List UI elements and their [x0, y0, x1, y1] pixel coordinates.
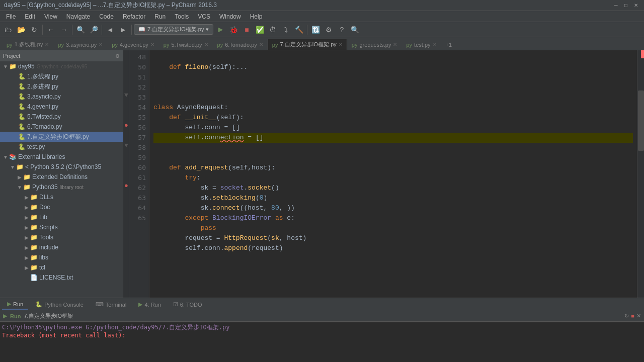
find-action-btn[interactable]: 🔍	[349, 24, 361, 36]
coverage-btn[interactable]: ✅	[254, 24, 266, 36]
minimize-button[interactable]: ─	[612, 2, 620, 9]
find-usages-btn[interactable]: 🔎	[88, 24, 100, 36]
gutter-fold-57[interactable]: ▼	[123, 141, 129, 151]
step-over-btn[interactable]: ⤵	[280, 24, 292, 36]
run-config-selector[interactable]: 📖 7.自定义异步IO框架.py ▾	[134, 24, 213, 35]
scroll-thumb[interactable]	[638, 90, 644, 151]
tree-item-dlls[interactable]: ▶ 📁 DLLs	[0, 192, 123, 202]
menu-view[interactable]: View	[40, 12, 61, 21]
sync-btn[interactable]: ↻	[28, 24, 40, 36]
tab-terminal[interactable]: ⌨ Terminal	[91, 300, 132, 309]
tree-item-async-framework[interactable]: 🐍 7.自定义异步IO框架.py	[0, 132, 123, 142]
back-btn[interactable]: ←	[45, 24, 57, 36]
tree-item-test[interactable]: 🐍 test.py	[0, 142, 123, 152]
error-indicator	[641, 50, 644, 58]
tab-close-gevent[interactable]: ✕	[150, 42, 154, 47]
menu-window[interactable]: Window	[215, 12, 245, 21]
tree-item-extended-defs[interactable]: ▶ 📁 Extended Definitions	[0, 172, 123, 182]
tab-tornado[interactable]: py 6.Tornado.py ✕	[213, 39, 268, 50]
menu-vcs[interactable]: VCS	[194, 12, 214, 21]
project-gear-icon[interactable]: ⚙	[115, 53, 120, 59]
menu-tools[interactable]: Tools	[171, 12, 193, 21]
tree-item-license[interactable]: 📄 LICENSE.txt	[0, 273, 123, 283]
menu-run[interactable]: Run	[150, 12, 170, 21]
terminal-icon: ⌨	[96, 301, 104, 308]
tree-item-multithread[interactable]: 🐍 1.多线程.py	[0, 71, 123, 81]
menu-help[interactable]: Help	[246, 12, 267, 21]
tree-item-lib[interactable]: ▶ 📁 Lib	[0, 212, 123, 222]
code-content[interactable]: def fileno(self):... class AsyncRequest:…	[149, 50, 637, 298]
tab-close-tornado[interactable]: ✕	[259, 42, 263, 47]
run-button[interactable]: ►	[214, 24, 226, 36]
tab-overflow[interactable]: +1	[441, 39, 457, 50]
tree-item-python35[interactable]: ▼ 📁 < Python 3.5.2 (C:\Python35	[0, 162, 123, 172]
tab-close-grequests[interactable]: ✕	[393, 42, 397, 47]
run4-icon: ▶	[138, 301, 142, 308]
tab-multithread[interactable]: py 1.多线程.py ✕	[2, 39, 53, 50]
help-btn[interactable]: ?	[336, 24, 348, 36]
tab-close-main[interactable]: ✕	[339, 42, 343, 47]
code-line-50	[153, 83, 157, 91]
code-line-63: pass	[153, 224, 216, 232]
tree-item-tools[interactable]: ▶ 📁 Tools	[0, 232, 123, 242]
tab-asyncio[interactable]: py 3.asyncio.py ✕	[53, 39, 107, 50]
tree-item-libs[interactable]: ▶ 📁 libs	[0, 252, 123, 262]
linenum-56: 56	[132, 123, 146, 133]
menu-code[interactable]: Code	[95, 12, 118, 21]
stop-button[interactable]: ■	[240, 24, 253, 36]
tree-item-gevent[interactable]: 🐍 4.gevent.py	[0, 102, 123, 112]
menu-file[interactable]: File	[2, 12, 20, 21]
menu-navigate[interactable]: Navigate	[62, 12, 94, 21]
tree-item-external-libs[interactable]: ▼ 📚 External Libraries	[0, 152, 123, 162]
menu-edit[interactable]: Edit	[21, 12, 39, 21]
tab-close-test[interactable]: ✕	[433, 42, 437, 47]
nav-back-btn[interactable]: ◄	[104, 24, 116, 36]
tree-item-tornado[interactable]: 🐍 6.Tornado.py	[0, 122, 123, 132]
code-editor[interactable]: ▼ ● ▼ ● 48	[123, 50, 644, 298]
tree-root-day95[interactable]: ▼ 📁 day95 G:\python_code\day95	[0, 61, 123, 71]
maximize-button[interactable]: □	[622, 2, 630, 9]
tree-arrow-ext-defs: ▶	[16, 174, 23, 180]
close-button[interactable]: ✕	[632, 2, 640, 9]
tab-close-multithread[interactable]: ✕	[45, 42, 49, 47]
debug-button[interactable]: 🐞	[227, 24, 239, 36]
search-everywhere-btn[interactable]: 🔍	[74, 24, 87, 36]
tab-close-twisted[interactable]: ✕	[204, 42, 208, 47]
tree-label-test: test.py	[27, 143, 45, 150]
tree-item-scripts[interactable]: ▶ 📁 Scripts	[0, 222, 123, 232]
gutter-59	[123, 161, 129, 171]
tab-async-io-framework[interactable]: py 7.自定义异步IO框架.py ✕	[268, 39, 347, 50]
tree-item-asyncio[interactable]: 🐍 3.asyncio.py	[0, 92, 123, 102]
menu-refactor[interactable]: Refactor	[119, 12, 149, 21]
tab-gevent[interactable]: py 4.gevent.py ✕	[107, 39, 159, 50]
tree-item-twisted[interactable]: 🐍 5.Twisted.py	[0, 112, 123, 122]
tree-arrow-ext: ▼	[2, 154, 9, 160]
git-btn[interactable]: 🔃	[309, 24, 321, 36]
tree-item-tcl[interactable]: ▶ 📁 tcl	[0, 262, 123, 273]
rerun-btn[interactable]: ↻	[624, 313, 629, 319]
open-file-btn[interactable]: 📂	[15, 24, 27, 36]
forward-btn[interactable]: →	[58, 24, 70, 36]
gutter-62	[123, 191, 129, 201]
nav-forward-btn[interactable]: ►	[117, 24, 129, 36]
settings-btn[interactable]: ⚙	[323, 24, 335, 36]
tab-todo[interactable]: ☑ 6: TODO	[168, 300, 207, 309]
close-run-btn[interactable]: ✕	[636, 313, 641, 319]
run-panel[interactable]: C:\Python35\python.exe G:/python_code/da…	[0, 322, 644, 362]
tree-item-doc[interactable]: ▶ 📁 Doc	[0, 202, 123, 212]
tree-item-include[interactable]: ▶ 📁 include	[0, 242, 123, 252]
profile-btn[interactable]: ⏱	[267, 24, 279, 36]
tab-run-4[interactable]: ▶ 4: Run	[133, 300, 166, 309]
build-btn[interactable]: 🔨	[293, 24, 305, 36]
tree-item-libroot[interactable]: ▼ 📁 Python35 library root	[0, 182, 123, 192]
project-view-btn[interactable]: 🗁	[2, 24, 14, 36]
gutter-fold-52[interactable]: ▼	[123, 90, 129, 101]
tree-item-multiprocess[interactable]: 🐍 2.多进程.py	[0, 81, 123, 92]
stop-run-btn[interactable]: ■	[631, 313, 634, 319]
tab-run[interactable]: ▶ Run	[2, 299, 28, 310]
tab-twisted[interactable]: py 5.Twisted.py ✕	[159, 39, 213, 50]
tab-close-asyncio[interactable]: ✕	[99, 42, 103, 47]
tab-grequests[interactable]: py grequests.py ✕	[347, 39, 402, 50]
tab-python-console[interactable]: 🐍 Python Console	[30, 300, 89, 309]
tab-test[interactable]: py test.py ✕	[401, 39, 441, 50]
